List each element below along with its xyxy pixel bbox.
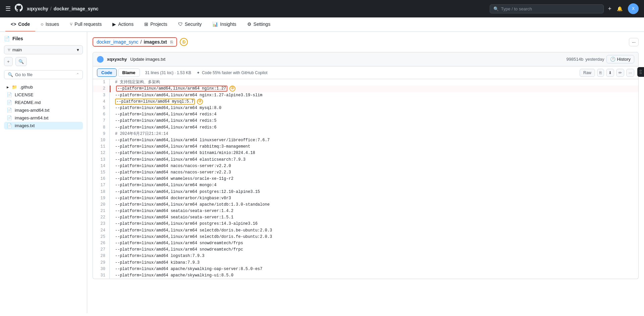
line-content: --platform=linux/amd64 dockerarbor/kingb… <box>110 195 236 202</box>
copy-path-icon[interactable]: ⎘ <box>170 40 173 45</box>
code-actions: Raw ⎘ ⬇ ✏ ··· <box>580 69 634 77</box>
tab-code[interactable]: Code <box>97 68 117 77</box>
nav-issues[interactable]: ○ Issues <box>35 17 64 32</box>
file-item-images-arm64[interactable]: 📄 images-arm64.txt <box>4 114 83 122</box>
avatar[interactable]: X <box>628 3 639 14</box>
code-line-16: 16--platform=linux/amd64 wnameless/oracl… <box>93 176 638 182</box>
line-number[interactable]: 7 <box>93 118 110 124</box>
line-number[interactable]: 29 <box>93 260 110 266</box>
line-content: --platform=linux/amd64,linux/arm64 snowd… <box>110 240 249 247</box>
code-line-8: 8--platform=linux/amd64,linux/arm64 redi… <box>93 124 638 131</box>
plus-icon[interactable]: + <box>608 5 611 12</box>
commit-author-name[interactable]: xqxyxchy <box>107 57 127 62</box>
nav-insights[interactable]: 📊 Insights <box>207 17 241 32</box>
code-line-10: 10--platform=linux/amd64,linux/arm64 lin… <box>93 137 638 144</box>
line-number[interactable]: 19 <box>93 195 110 202</box>
file-path-filename: images.txt <box>144 39 167 45</box>
search-text: Go to file <box>15 72 33 77</box>
nav-actions[interactable]: ▶ Actions <box>107 17 139 32</box>
file-label: LICENSE <box>15 92 34 97</box>
sidebar-header: 📄 Files <box>4 36 83 41</box>
line-number[interactable]: 13 <box>93 157 110 163</box>
line-number[interactable]: 6 <box>93 111 110 118</box>
line-number[interactable]: 26 <box>93 240 110 247</box>
line-number[interactable]: 11 <box>93 144 110 150</box>
code-line-18: 18--platform=linux/amd64,linux/arm64 pos… <box>93 189 638 195</box>
branch-selector[interactable]: ⑂ main ▾ <box>4 45 83 54</box>
line-number[interactable]: 1 <box>93 79 110 86</box>
commit-message: Update images.txt <box>130 57 165 62</box>
search-files-button[interactable]: 🔍 <box>15 57 27 66</box>
line-number[interactable]: 10 <box>93 137 110 144</box>
branch-icon: ⑂ <box>8 47 10 52</box>
breadcrumb-repo[interactable]: docker_image_sync <box>54 6 99 11</box>
line-number[interactable]: 15 <box>93 169 110 176</box>
line-number[interactable]: 9 <box>93 131 110 137</box>
code-line-17: 17--platform=linux/amd64,linux/arm64 mon… <box>93 182 638 189</box>
code-line-1: 1# 支持指定架构、多架构 <box>93 79 638 86</box>
more-options-button[interactable]: ··· <box>629 38 639 46</box>
file-icon: 📄 <box>7 108 12 113</box>
file-item-images[interactable]: 📄 images.txt <box>4 122 83 129</box>
line-number[interactable]: 31 <box>93 272 110 279</box>
breadcrumb-user[interactable]: xqxyxchy <box>27 6 48 11</box>
line-number[interactable]: 8 <box>93 124 110 131</box>
add-file-button[interactable]: + <box>4 57 13 66</box>
line-number[interactable]: 14 <box>93 163 110 169</box>
commit-author-avatar <box>97 56 104 63</box>
folder-item-github[interactable]: ▸ 📁 .github <box>4 83 83 91</box>
line-number[interactable]: 12 <box>93 150 110 156</box>
line-number[interactable]: 22 <box>93 214 110 221</box>
nav-pull-requests[interactable]: ⑂ Pull requests <box>64 17 107 32</box>
menu-icon[interactable]: ☰ <box>5 5 11 12</box>
global-search[interactable]: 🔍 Type / to search <box>490 4 604 13</box>
code-icon: <> <box>11 21 16 27</box>
line-number[interactable]: 4 <box>93 99 110 105</box>
line-number[interactable]: 17 <box>93 182 110 189</box>
raw-button[interactable]: Raw <box>580 69 595 77</box>
code-line-4: 4--platform=linux/amd64 mysql:5.7③ <box>93 99 638 105</box>
commit-time: yesterday <box>585 57 604 62</box>
nav-security[interactable]: 🛡 Security <box>173 17 207 32</box>
file-label: images-amd64.txt <box>15 108 49 113</box>
history-button[interactable]: 🕐 History <box>606 55 634 63</box>
code-line-27: 27--platform=linux/amd64,linux/arm64 sno… <box>93 247 638 253</box>
nav-code[interactable]: <> Code <box>5 17 35 32</box>
line-number[interactable]: 5 <box>93 105 110 111</box>
line-number[interactable]: 30 <box>93 266 110 272</box>
breadcrumb: xqxyxchy / docker_image_sync <box>27 6 99 11</box>
line-number[interactable]: 2 <box>93 86 110 92</box>
line-number[interactable]: 20 <box>93 202 110 208</box>
file-path-repo[interactable]: docker_image_sync <box>97 39 139 45</box>
file-item-license[interactable]: 📄 LICENSE <box>4 91 83 99</box>
code-line-24: 24--platform=linux/amd64,linux/arm64 sel… <box>93 227 638 234</box>
line-content: --platform=linux/amd64 mysql:5.7③ <box>110 99 208 105</box>
copy-button[interactable]: ⎘ <box>597 69 604 77</box>
notifications-icon[interactable]: 🔔 <box>617 6 623 11</box>
nav-settings[interactable]: ⚙ Settings <box>242 17 276 32</box>
line-number[interactable]: 28 <box>93 253 110 259</box>
line-number[interactable]: 18 <box>93 189 110 195</box>
line-number[interactable]: 24 <box>93 227 110 234</box>
line-number[interactable]: 27 <box>93 247 110 253</box>
edit-button[interactable]: ✏ <box>616 69 624 77</box>
line-number[interactable]: 21 <box>93 208 110 214</box>
code-line-19: 19--platform=linux/amd64 dockerarbor/kin… <box>93 195 638 202</box>
nav-projects[interactable]: ⊞ Projects <box>139 17 173 32</box>
code-line-5: 5--platform=linux/amd64,linux/arm64 mysq… <box>93 105 638 111</box>
line-number[interactable]: 16 <box>93 176 110 182</box>
file-item-images-amd64[interactable]: 📄 images-amd64.txt <box>4 106 83 114</box>
code-line-26: 26--platform=linux/amd64,linux/arm64 sno… <box>93 240 638 247</box>
download-button[interactable]: ⬇ <box>606 69 614 77</box>
file-icon: 📄 <box>7 123 12 128</box>
line-content: --platform=linux/amd64,linux/arm64 snowd… <box>110 247 249 253</box>
tab-blame[interactable]: Blame <box>118 68 140 77</box>
github-logo[interactable] <box>15 4 23 14</box>
line-number[interactable]: 25 <box>93 234 110 240</box>
go-to-file-search[interactable]: 🔍 Go to file ⌃ <box>4 70 83 79</box>
code-line-29: 29--platform=linux/amd64 kibana:7.9.3 <box>93 260 638 266</box>
more-code-options[interactable]: ··· <box>626 69 634 77</box>
line-number[interactable]: 3 <box>93 92 110 99</box>
file-item-readme[interactable]: 📄 README.md <box>4 99 83 106</box>
line-number[interactable]: 23 <box>93 221 110 227</box>
